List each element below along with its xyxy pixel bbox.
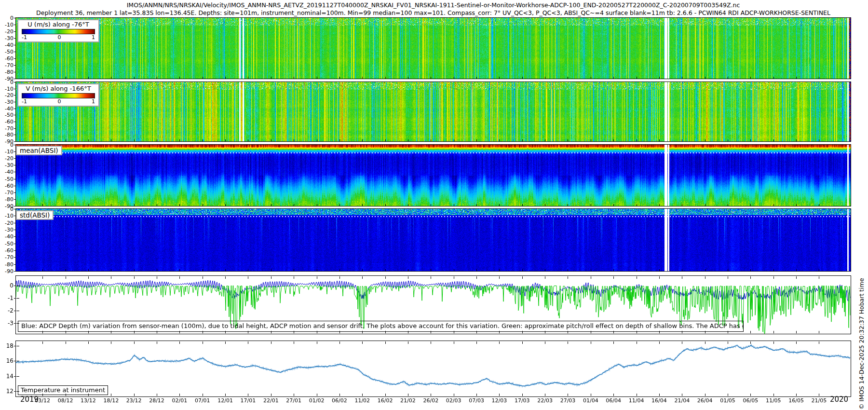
y-tick-mark [14, 230, 16, 230]
x-tick-mark [157, 139, 157, 141]
y-tick-mark [14, 172, 16, 172]
imos-watermark: © IMOS 14-Dec-2025 20:32:37 Hobart time [858, 236, 865, 410]
depth-var-tick-label: -3 [1, 320, 14, 327]
x-tick-mark [408, 342, 408, 344]
depth-var-tick-label: -1 [1, 295, 14, 301]
depth-tick-label: -10 [1, 149, 14, 155]
x-tick-mark [111, 204, 111, 206]
x-tick-mark [385, 139, 386, 141]
y-tick-mark [14, 102, 16, 102]
x-tick-mark [591, 342, 591, 344]
x-tick-mark [591, 394, 591, 396]
x-tick-mark [66, 342, 66, 344]
panel-mean-absi: mean(ABSI) [15, 144, 851, 206]
x-tick-mark [271, 269, 271, 271]
y-tick-mark [14, 128, 16, 129]
x-tick-mark [88, 342, 89, 344]
x-tick-mark [728, 77, 728, 79]
v-colorbar-legend: V (m/s) along -166°T -1 0 1 [17, 83, 99, 107]
x-tick-mark [773, 269, 774, 271]
x-tick-mark [339, 269, 340, 271]
x-tick-mark [591, 276, 591, 279]
x-axis-date-label: 07/03 [469, 397, 484, 404]
x-axis-date-label: 11/02 [354, 397, 370, 404]
depth-tick-label: -50 [1, 49, 14, 55]
x-tick-mark [225, 276, 226, 279]
x-tick-mark [454, 139, 454, 141]
x-tick-mark [659, 139, 660, 141]
depth-tick-label: -70 [1, 62, 14, 68]
x-tick-mark [431, 77, 431, 79]
x-tick-mark [431, 342, 431, 344]
depth-tick-label: -40 [1, 105, 14, 111]
x-tick-mark [613, 269, 614, 271]
x-tick-mark [271, 139, 271, 141]
x-tick-mark [362, 394, 363, 396]
x-tick-mark [568, 204, 568, 206]
x-tick-mark [362, 204, 363, 206]
x-tick-mark [271, 204, 271, 206]
x-tick-mark [591, 204, 591, 206]
y-tick-mark [14, 31, 16, 32]
x-tick-mark [134, 139, 135, 141]
x-tick-mark [42, 342, 43, 344]
y-tick-mark [14, 89, 16, 89]
x-axis-date-label: 21/04 [674, 397, 690, 404]
depth-tick-label: 0 [1, 206, 14, 212]
x-tick-mark [454, 394, 454, 396]
y-tick-mark [14, 82, 16, 82]
y-tick-mark [14, 145, 16, 145]
x-axis-date-label: 08/12 [58, 397, 73, 404]
x-tick-mark [225, 77, 226, 79]
x-tick-mark [454, 342, 454, 344]
x-tick-mark [796, 342, 797, 344]
x-tick-mark [591, 269, 591, 271]
x-axis-date-label: 06/04 [606, 397, 621, 404]
x-axis-date-label: 27/01 [286, 397, 301, 404]
x-tick-mark [613, 276, 614, 279]
x-tick-mark [819, 276, 819, 279]
y-tick-mark [14, 271, 16, 272]
x-tick-mark [819, 139, 819, 141]
x-axis-date-label: 01/02 [309, 397, 325, 404]
x-axis-date-label: 16/04 [651, 397, 667, 404]
x-tick-mark [66, 77, 66, 79]
x-tick-mark [248, 269, 248, 271]
x-tick-mark [431, 204, 431, 206]
x-tick-mark [157, 204, 157, 206]
y-tick-mark [14, 236, 16, 237]
x-tick-mark [134, 269, 135, 271]
y-tick-mark-in [16, 346, 19, 346]
x-tick-mark [317, 204, 317, 206]
x-tick-mark [796, 77, 797, 79]
x-tick-mark [408, 269, 408, 271]
x-tick-mark [728, 139, 728, 141]
y-tick-mark-in [16, 286, 19, 286]
x-tick-mark [248, 204, 248, 206]
x-tick-mark [819, 77, 819, 79]
u-colorbar-legend: U (m/s) along -76°T -1 0 1 [17, 19, 99, 42]
x-tick-mark [362, 77, 363, 79]
x-tick-mark [42, 269, 43, 271]
x-tick-mark [705, 204, 705, 206]
x-tick-mark [431, 269, 431, 271]
x-tick-mark [88, 139, 89, 141]
depth-tick-label: -20 [1, 155, 14, 162]
x-tick-mark [225, 204, 226, 206]
depth-tick-label: -20 [1, 219, 14, 226]
x-tick-mark [545, 342, 545, 344]
x-tick-mark [271, 77, 271, 79]
u-colorbar-ticks: -1 0 1 [22, 34, 95, 41]
temperature-label: Temperature at instrument [18, 385, 108, 395]
x-tick-mark [408, 276, 408, 279]
x-tick-mark [637, 269, 637, 271]
depth-tick-label: -30 [1, 99, 14, 105]
x-tick-mark [682, 77, 682, 79]
x-axis-date-label: 22/01 [263, 397, 279, 404]
y-tick-mark [14, 323, 16, 324]
x-tick-mark [203, 276, 203, 279]
x-tick-mark [705, 342, 705, 344]
x-axis-date-label: 11/04 [629, 397, 644, 404]
x-tick-mark [66, 269, 66, 271]
x-tick-mark [179, 276, 180, 279]
